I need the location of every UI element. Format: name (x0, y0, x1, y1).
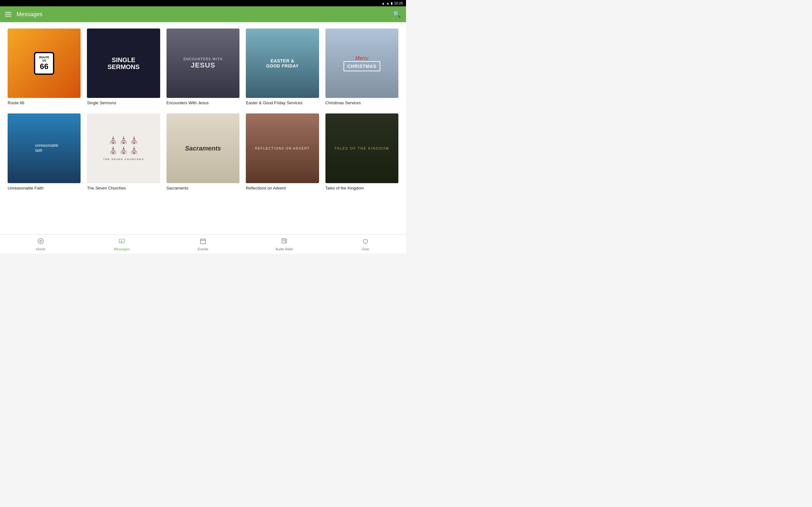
status-icons: ▲ ▲ ▮ 10:26 (382, 1, 403, 5)
list-item[interactable]: unreasonablefaith Unreasonable Faith (8, 113, 81, 191)
list-item[interactable]: TALES OF THE KINGDOM Tales of the Kingdo… (325, 113, 398, 191)
top-bar-left: Messages (5, 11, 43, 18)
signal-icon: ▲ (386, 1, 390, 5)
seven-churches-thumbnail: ⛪ ⛪ ⛪ ⛪ ⛪ ⛪ THE SEVEN CHURCHES (87, 113, 160, 183)
search-button[interactable]: 🔍 (393, 10, 401, 18)
battery-icon: ▮ (391, 1, 393, 5)
sacraments-label: Sacraments (166, 186, 240, 191)
nav-item-give[interactable]: Give (325, 238, 406, 251)
events-icon (200, 238, 206, 246)
nav-item-messages[interactable]: Messages (81, 238, 162, 251)
unreasonable-thumbnail: unreasonablefaith (8, 113, 81, 183)
route66-image: ROUTE US 66 (8, 29, 81, 98)
messages-icon (118, 238, 125, 246)
reflections-thumbnail: REFLECTIONS ON ADVENT (246, 113, 319, 183)
list-item[interactable]: ROUTE US 66 Route 66 (8, 29, 81, 106)
svg-point-1 (40, 240, 42, 242)
home-icon (37, 238, 44, 246)
seven-churches-image: ⛪ ⛪ ⛪ ⛪ ⛪ ⛪ THE SEVEN CHURCHES (87, 113, 160, 183)
nav-item-events[interactable]: Events (162, 238, 244, 251)
svg-rect-2 (119, 239, 125, 243)
wifi-icon: ▲ (382, 1, 385, 5)
page-title: Messages (16, 11, 43, 18)
reflections-label: Reflections on Advent (246, 186, 319, 191)
list-item[interactable]: ⛪ ⛪ ⛪ ⛪ ⛪ ⛪ THE SEVEN CHURCHES The Seven… (87, 113, 160, 191)
list-item[interactable]: ENCOUNTERS WITHJESUS Encounters With Jes… (166, 29, 240, 106)
nav-events-label: Events (198, 247, 208, 251)
single-sermons-thumbnail: SINGLESERMONS (87, 29, 160, 98)
nav-item-home[interactable]: Home (0, 238, 81, 251)
list-item[interactable]: Merry CHRISTMAS Christmas Services (325, 29, 398, 106)
tales-image: TALES OF THE KINGDOM (325, 113, 398, 183)
tales-label: Tales of the Kingdom (325, 186, 398, 191)
time: 10:26 (394, 1, 403, 5)
encounters-thumbnail: ENCOUNTERS WITHJESUS (166, 29, 240, 98)
menu-button[interactable] (5, 12, 11, 16)
unreasonable-image: unreasonablefaith (8, 113, 81, 183)
unreasonable-label: Unreasonable Faith (8, 186, 81, 191)
christmas-thumbnail: Merry CHRISTMAS (325, 29, 398, 98)
encounters-image: ENCOUNTERS WITHJESUS (166, 29, 240, 98)
list-item[interactable]: Sacraments Sacraments (166, 113, 240, 191)
status-bar: ▲ ▲ ▮ 10:26 (0, 0, 406, 6)
list-item[interactable]: SINGLESERMONS Single Sermons (87, 29, 160, 106)
messages-grid: ROUTE US 66 Route 66 SINGLESERMONS Singl… (8, 29, 398, 191)
nav-messages-label: Messages (114, 247, 130, 251)
christmas-label: Christmas Services (325, 101, 398, 106)
single-sermons-image: SINGLESERMONS (87, 29, 160, 98)
nav-home-label: Home (36, 247, 45, 251)
reflections-image: REFLECTIONS ON ADVENT (246, 113, 319, 183)
sacraments-image: Sacraments (166, 113, 240, 183)
content-area: ROUTE US 66 Route 66 SINGLESERMONS Singl… (0, 22, 406, 234)
tales-thumbnail: TALES OF THE KINGDOM (325, 113, 398, 183)
sacraments-thumbnail: Sacraments (166, 113, 240, 183)
encounters-label: Encounters With Jesus (166, 101, 240, 106)
easter-image: EASTER &GOOD FRIDAY (246, 29, 319, 98)
bottom-nav: Home Messages Events Audio Bible Give (0, 234, 406, 253)
list-item[interactable]: REFLECTIONS ON ADVENT Reflections on Adv… (246, 113, 319, 191)
single-sermons-label: Single Sermons (87, 101, 160, 106)
nav-item-audio-bible[interactable]: Audio Bible (244, 238, 325, 251)
route66-thumbnail: ROUTE US 66 (8, 29, 81, 98)
top-bar: Messages 🔍 (0, 6, 406, 22)
route66-label: Route 66 (8, 101, 81, 106)
christmas-image: Merry CHRISTMAS (325, 29, 398, 98)
easter-label: Easter & Good Friday Services (246, 101, 319, 106)
easter-thumbnail: EASTER &GOOD FRIDAY (246, 29, 319, 98)
svg-point-0 (38, 238, 44, 244)
svg-rect-4 (200, 239, 206, 244)
list-item[interactable]: EASTER &GOOD FRIDAY Easter & Good Friday… (246, 29, 319, 106)
give-icon (362, 238, 369, 246)
nav-audio-bible-label: Audio Bible (275, 247, 293, 251)
nav-give-label: Give (362, 247, 369, 251)
audio-bible-icon (281, 238, 288, 246)
seven-churches-label: The Seven Churches (87, 186, 160, 191)
svg-marker-3 (121, 240, 123, 242)
